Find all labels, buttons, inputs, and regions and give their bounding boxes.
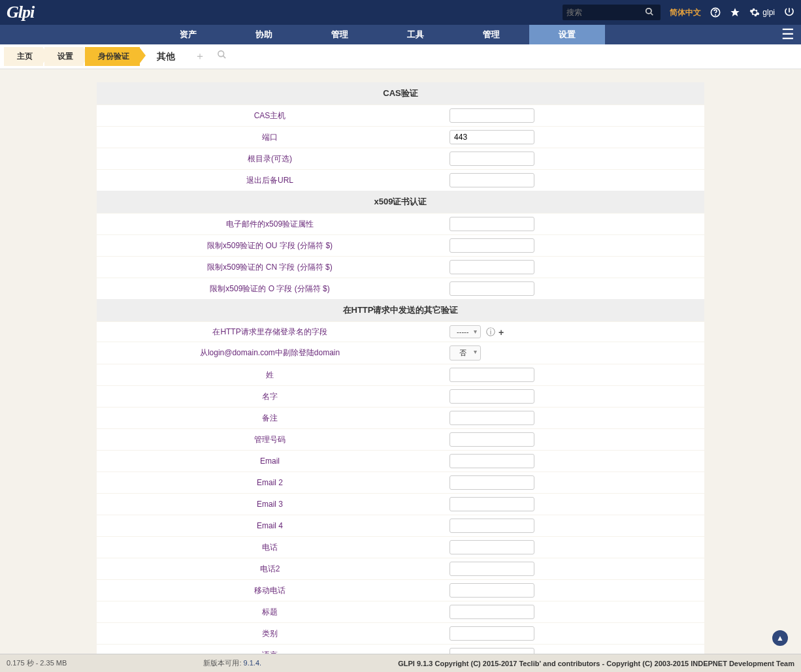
label-cas-port: 端口 <box>97 127 443 148</box>
input-http-comment[interactable] <box>450 411 534 425</box>
input-x509-ou[interactable] <box>450 238 534 253</box>
input-http-phone[interactable] <box>450 540 534 554</box>
row-cas-port: 端口 <box>97 127 704 148</box>
breadcrumb-setup[interactable]: 设置 <box>44 47 84 66</box>
add-icon[interactable]: ＋ <box>195 50 205 63</box>
label-http-category: 类别 <box>97 623 443 645</box>
footer-copyright: GLPI 9.1.3 Copyright (C) 2015-2017 Tecli… <box>398 660 794 667</box>
label-http-phone: 电话 <box>97 537 443 558</box>
language-link[interactable]: 简体中文 <box>670 7 701 18</box>
logout-icon[interactable] <box>784 7 794 18</box>
label-http-regnum: 管理号码 <box>97 429 443 451</box>
input-http-mobile[interactable] <box>450 583 534 598</box>
label-http-firstname: 名字 <box>97 386 443 408</box>
nav-setup[interactable]: 设置 <box>529 25 605 44</box>
gear-icon <box>749 7 760 18</box>
info-icon[interactable]: ⓘ <box>486 327 495 338</box>
dropdown-http-stripdomain[interactable]: 否 <box>450 345 481 360</box>
row-cas-logout: 退出后备URL <box>97 170 704 191</box>
content-area: CAS验证 CAS主机 端口 根目录(可选) 退出后备URL x509证书认证 … <box>0 69 801 672</box>
search-icon[interactable] <box>641 7 658 18</box>
label-cas-rootdir: 根目录(可选) <box>97 148 443 170</box>
page-title: 其他 <box>157 51 175 63</box>
row-cas-rootdir: 根目录(可选) <box>97 148 704 170</box>
row-http-email4: Email 4 <box>97 515 704 537</box>
label-x509-o: 限制x509验证的 O 字段 (分隔符 $) <box>97 278 443 300</box>
input-cas-logout[interactable] <box>450 173 534 187</box>
input-x509-cn[interactable] <box>450 260 534 274</box>
logo-text: lpi <box>18 3 34 22</box>
main-nav: 资产 协助 管理 工具 管理 设置 ☰ <box>0 25 801 44</box>
input-cas-host[interactable] <box>450 108 534 123</box>
breadcrumb-home[interactable]: 主页 <box>4 47 43 66</box>
input-http-surname[interactable] <box>450 368 534 382</box>
row-http-email2: Email 2 <box>97 472 704 494</box>
input-x509-email[interactable] <box>450 217 534 231</box>
nav-manage1[interactable]: 管理 <box>302 25 378 44</box>
label-http-email2: Email 2 <box>97 472 443 494</box>
settings-form: CAS验证 CAS主机 端口 根目录(可选) 退出后备URL x509证书认证 … <box>97 82 704 672</box>
svg-point-3 <box>715 15 716 16</box>
input-http-category[interactable] <box>450 626 534 641</box>
section-http-header: 在HTTP请求中发送的其它验证 <box>97 299 704 322</box>
label-http-surname: 姓 <box>97 364 443 386</box>
label-x509-cn: 限制x509验证的 CN 字段 (分隔符 $) <box>97 257 443 278</box>
row-x509-ou: 限制x509验证的 OU 字段 (分隔符 $) <box>97 235 704 257</box>
svg-marker-4 <box>731 8 740 16</box>
svg-point-6 <box>218 51 224 57</box>
logo[interactable]: lpi <box>7 3 34 22</box>
input-cas-port[interactable] <box>450 130 534 144</box>
label-http-stripdomain: 从login@domain.com中剔除登陆domain <box>97 342 443 364</box>
star-icon[interactable] <box>730 7 740 18</box>
nav-manage2[interactable]: 管理 <box>453 25 529 44</box>
footer-version-link[interactable]: 9.1.4. <box>244 659 262 667</box>
input-http-phone2[interactable] <box>450 562 534 576</box>
label-x509-ou: 限制x509验证的 OU 字段 (分隔符 $) <box>97 235 443 257</box>
input-http-email3[interactable] <box>450 497 534 511</box>
input-http-firstname[interactable] <box>450 389 534 404</box>
row-http-email3: Email 3 <box>97 494 704 515</box>
footer-version: 新版本可用: 9.1.4. <box>203 658 261 668</box>
input-http-title[interactable] <box>450 605 534 619</box>
row-x509-email: 电子邮件的x509验证属性 <box>97 214 704 235</box>
help-icon[interactable] <box>710 7 721 18</box>
settings-user[interactable]: glpi <box>749 7 775 18</box>
input-http-email1[interactable] <box>450 454 534 468</box>
plus-icon[interactable]: + <box>499 327 504 338</box>
page-actions: ＋ <box>195 50 227 63</box>
row-x509-cn: 限制x509验证的 CN 字段 (分隔符 $) <box>97 257 704 278</box>
input-http-email2[interactable] <box>450 475 534 490</box>
app-header: lpi 简体中文 glpi <box>0 0 801 25</box>
input-cas-rootdir[interactable] <box>450 152 534 166</box>
label-http-mobile: 移动电话 <box>97 580 443 601</box>
row-http-email1: Email <box>97 451 704 472</box>
input-http-regnum[interactable] <box>450 432 534 447</box>
row-http-title: 标题 <box>97 601 704 623</box>
breadcrumb-auth[interactable]: 身份验证 <box>85 47 140 66</box>
search-input[interactable] <box>563 6 641 19</box>
label-http-email1: Email <box>97 451 443 472</box>
input-http-email4[interactable] <box>450 519 534 533</box>
search-box <box>563 5 661 20</box>
user-label: glpi <box>762 8 775 17</box>
nav-tools[interactable]: 工具 <box>378 25 453 44</box>
row-http-surname: 姓 <box>97 364 704 386</box>
search-page-icon[interactable] <box>217 50 227 63</box>
nav-assets[interactable]: 资产 <box>150 25 226 44</box>
input-x509-o[interactable] <box>450 281 534 296</box>
scroll-top-icon[interactable]: ▲ <box>772 630 788 646</box>
svg-line-1 <box>651 12 653 15</box>
header-right: 简体中文 glpi <box>563 5 794 20</box>
dropdown-http-loginfield[interactable]: ----- <box>450 325 481 338</box>
nav-assist[interactable]: 协助 <box>226 25 302 44</box>
label-cas-host: CAS主机 <box>97 105 443 127</box>
label-http-loginfield: 在HTTP请求里存储登录名的字段 <box>97 322 443 342</box>
label-http-phone2: 电话2 <box>97 558 443 580</box>
row-http-phone: 电话 <box>97 537 704 558</box>
hamburger-icon[interactable]: ☰ <box>775 25 801 44</box>
row-http-firstname: 名字 <box>97 386 704 408</box>
row-http-category: 类别 <box>97 623 704 645</box>
label-x509-email: 电子邮件的x509验证属性 <box>97 214 443 235</box>
section-cas-header: CAS验证 <box>97 82 704 105</box>
row-http-loginfield: 在HTTP请求里存储登录名的字段 ----- ⓘ + <box>97 322 704 342</box>
